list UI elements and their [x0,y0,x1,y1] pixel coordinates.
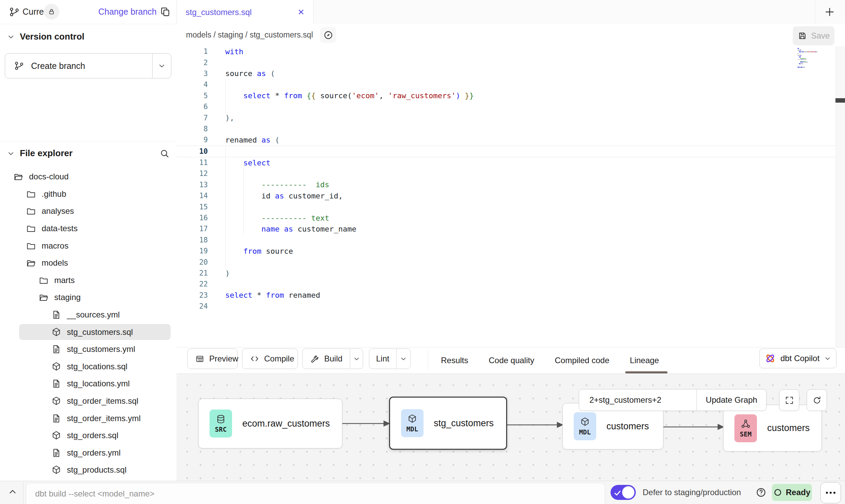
preview-button[interactable]: Preview [187,349,238,369]
node-label: stg_customers [434,418,494,429]
code-line-14[interactable]: 14 id as customer_id, [176,190,835,201]
copilot-compass-icon[interactable] [320,27,336,43]
search-icon[interactable] [159,148,170,159]
code-editor[interactable]: 1with23source as (45 select * from {{ so… [176,46,835,347]
lineage-node-stg-customers[interactable]: MDLstg_customers [389,397,507,450]
tree-item-stg-order-items-sql[interactable]: stg_order_items.sql [0,392,176,410]
compile-button[interactable]: Compile [242,349,298,369]
tree-item-analyses[interactable]: analyses [0,203,176,220]
lint-dropdown[interactable] [396,349,410,369]
build-button[interactable]: Build [302,349,363,369]
lineage-node-customers[interactable]: SEMcustomers [723,405,822,451]
close-tab-icon[interactable]: ✕ [298,8,304,17]
cube-icon [580,417,590,427]
build-dropdown[interactable] [350,349,363,369]
tab-compiled-code[interactable]: Compiled code [555,356,609,365]
tab-code-quality[interactable]: Code quality [489,356,534,365]
create-branch-button[interactable]: Create branch [5,53,171,78]
node-badge-label: SRC [215,426,227,433]
code-line-15[interactable]: 15 [176,201,835,212]
copy-branch-icon[interactable] [160,6,171,17]
tree-item-stg-orders-yml[interactable]: stg_orders.yml [0,444,176,462]
tree-item-models[interactable]: models [0,254,176,272]
tree-item-stg-locations-sql[interactable]: stg_locations.sql [0,358,176,375]
tree-item--github[interactable]: .github [0,186,176,203]
code-line-21[interactable]: 21) [176,268,835,279]
change-branch-link[interactable]: Change branch [98,7,157,17]
tree-item--sources-yml[interactable]: __sources.yml [0,306,176,324]
line-content: id as customer_id, [208,192,343,200]
editor-minimap[interactable] [798,48,833,69]
editor-scrollbar[interactable] [835,46,845,347]
model-icon [51,465,61,475]
file-tree: docs-cloud.githubanalysesdata-testsmacro… [0,168,176,479]
code-line-12[interactable]: 12 [176,168,835,179]
line-number: 8 [176,125,208,133]
defer-toggle[interactable] [611,485,636,500]
lineage-selector-input[interactable]: 2+stg_customers+2 [579,389,697,411]
refresh-button[interactable] [807,389,827,411]
code-line-19[interactable]: 19 from source [176,246,835,256]
code-line-24[interactable]: 24 [176,301,835,312]
tree-item-docs-cloud[interactable]: docs-cloud [0,168,176,186]
code-line-22[interactable]: 22 [176,279,835,290]
file-icon [51,379,61,389]
tree-item-stg-customers-yml[interactable]: stg_customers.yml [0,341,176,358]
file-explorer-section-header[interactable]: File explorer [7,148,170,159]
tree-item-label: stg_order_items.yml [67,414,141,423]
line-number: 21 [176,269,208,277]
tree-item-stg-products-sql[interactable]: stg_products.sql [0,461,176,479]
code-line-7[interactable]: 7), [176,112,835,123]
lineage-panel[interactable]: SRCecom.raw_customersMDLstg_customersMDL… [176,373,845,481]
tree-item-stg-orders-sql[interactable]: stg_orders.sql [0,427,176,444]
code-line-1[interactable]: 1with [176,46,835,57]
new-tab-button[interactable] [821,4,838,20]
code-line-13[interactable]: 13 ---------- ids [176,179,835,190]
editor-scrollbar-marker[interactable] [835,98,845,103]
line-number: 13 [176,181,208,189]
code-line-18[interactable]: 18 [176,235,835,246]
save-button[interactable]: Save [793,26,834,45]
tree-item-marts[interactable]: marts [0,272,176,289]
version-control-section-header[interactable]: Version control [7,31,84,42]
tree-item-label: stg_customers.sql [67,327,133,337]
line-number: 1 [176,47,208,56]
tree-item-label: stg_customers.yml [67,344,135,354]
update-graph-button[interactable]: Update Graph [697,389,766,411]
code-line-9[interactable]: 9renamed as ( [176,134,835,145]
code-line-2[interactable]: 2 [176,57,835,68]
fullscreen-button[interactable] [779,389,799,411]
tab-stg-customers-sql[interactable]: stg_customers.sql ✕ [176,0,314,24]
code-line-20[interactable]: 20 [176,256,835,267]
command-input[interactable]: dbt build --select <model_name> [26,483,605,504]
tree-item-macros[interactable]: macros [0,237,176,254]
code-line-4[interactable]: 4 [176,79,835,90]
tree-item-stg-locations-yml[interactable]: stg_locations.yml [0,375,176,392]
file-icon [51,413,61,424]
tree-item-label: models [42,258,68,268]
tree-item-stg-customers-sql[interactable]: stg_customers.sql [0,323,176,341]
tree-item-stg-order-items-yml[interactable]: stg_order_items.yml [0,410,176,427]
code-line-10[interactable]: 10 [176,146,835,157]
lint-button[interactable]: Lint [369,349,411,369]
create-branch-dropdown[interactable] [152,54,171,78]
expand-command-bar-icon[interactable] [8,487,18,497]
tree-item-data-tests[interactable]: data-tests [0,220,176,237]
code-line-11[interactable]: 11 select [176,157,835,168]
tab-results[interactable]: Results [441,356,468,365]
tree-item-staging[interactable]: staging [0,289,176,306]
more-options-button[interactable] [820,482,841,503]
tree-item-label: stg_orders.sql [67,431,118,440]
code-line-23[interactable]: 23select * from renamed [176,290,835,301]
code-line-8[interactable]: 8 [176,123,835,134]
defer-label: Defer to staging/production [643,481,741,504]
code-line-6[interactable]: 6 [176,101,835,112]
help-icon[interactable] [756,487,767,498]
lineage-node-ecom-raw-customers[interactable]: SRCecom.raw_customers [198,399,342,448]
code-line-5[interactable]: 5 select * from {{ source('ecom', 'raw_c… [176,90,835,101]
code-line-16[interactable]: 16 ---------- text [176,212,835,223]
tab-lineage[interactable]: Lineage [630,356,659,365]
code-line-17[interactable]: 17 name as customer_name [176,223,835,234]
dbt-copilot-button[interactable]: dbt Copilot [759,349,836,368]
code-line-3[interactable]: 3source as ( [176,68,835,79]
